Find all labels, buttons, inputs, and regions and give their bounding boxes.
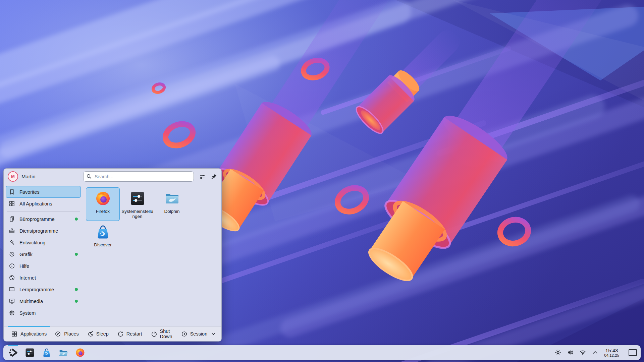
tab-label: Applications xyxy=(20,331,47,337)
sidebar-item-label: Büroprogramme xyxy=(19,217,55,222)
favorite-tile-systemsettings[interactable]: Systemeinstellungen xyxy=(120,187,154,221)
sidebar-item-label: Internet xyxy=(19,275,36,281)
action-label: Restart xyxy=(126,331,142,337)
sidebar-item-label: System xyxy=(19,310,36,316)
hammer-icon xyxy=(9,239,15,246)
grid-icon xyxy=(11,331,17,337)
sidebar-item-bueroprogramme[interactable]: Büroprogramme xyxy=(6,213,81,225)
favorite-tile-dolphin[interactable]: Dolphin xyxy=(155,187,189,221)
session-icon xyxy=(181,331,187,337)
gear-icon xyxy=(9,310,15,316)
launcher-body: Favorites All Applications Büroprogramme xyxy=(4,184,221,326)
search-input[interactable] xyxy=(83,171,194,182)
shutdown-button[interactable]: Shut Down xyxy=(147,328,177,339)
app-launcher-button[interactable] xyxy=(8,348,18,358)
sidebar-item-label: Multimedia xyxy=(19,299,43,304)
sidebar-item-label: Hilfe xyxy=(19,263,29,269)
firefox-icon xyxy=(75,348,85,358)
grid-icon xyxy=(9,200,15,207)
active-task-indicator xyxy=(8,345,18,346)
sidebar-item-all-applications[interactable]: All Applications xyxy=(6,198,81,209)
help-icon xyxy=(9,263,15,269)
action-label: Shut Down xyxy=(160,328,172,339)
sleep-button[interactable]: Sleep xyxy=(83,331,113,337)
firefox-icon xyxy=(95,190,111,206)
task-manager xyxy=(8,348,85,358)
new-items-badge xyxy=(75,288,78,291)
sidebar-item-entwicklung[interactable]: Entwicklung xyxy=(6,237,81,248)
favorite-tile-firefox[interactable]: Firefox xyxy=(86,187,120,221)
show-desktop-button[interactable] xyxy=(629,349,637,356)
system-tray: 15:43 04.12.25 xyxy=(554,348,637,357)
digital-clock[interactable]: 15:43 04.12.25 xyxy=(604,348,619,357)
configure-icon[interactable] xyxy=(199,173,206,180)
sidebar-item-grafik[interactable]: Grafik xyxy=(6,248,81,260)
new-items-badge xyxy=(75,300,78,303)
action-label: Session xyxy=(190,331,208,337)
tab-places[interactable]: Places xyxy=(51,326,83,341)
multimedia-icon xyxy=(9,298,15,304)
session-button[interactable]: Session xyxy=(177,331,221,337)
clock-time: 15:43 xyxy=(604,348,619,353)
taskbar-systemsettings-button[interactable] xyxy=(25,348,35,358)
launcher-header: M Martin xyxy=(4,169,221,184)
application-launcher-popup: M Martin Favorites xyxy=(3,168,222,342)
new-items-badge xyxy=(75,253,78,256)
network-icon[interactable] xyxy=(579,349,586,356)
discover-icon xyxy=(95,224,111,240)
launcher-footer: Applications Places Sleep xyxy=(4,326,221,341)
sidebar-item-label: Favorites xyxy=(19,189,40,195)
expand-tray-icon[interactable] xyxy=(592,349,599,356)
sidebar-item-multimedia[interactable]: Multimedia xyxy=(6,295,81,307)
graphics-icon xyxy=(9,251,15,257)
session-actions: Sleep Restart Shut Down S xyxy=(83,326,221,341)
toolbox-icon xyxy=(9,228,15,234)
favorite-label: Dolphin xyxy=(164,209,180,214)
taskbar-firefox-button[interactable] xyxy=(75,348,85,358)
pin-icon[interactable] xyxy=(211,173,217,180)
sidebar-item-label: Grafik xyxy=(19,252,33,257)
sidebar-item-label: Entwicklung xyxy=(19,240,45,245)
user-name: Martin xyxy=(21,174,36,179)
sidebar-item-internet[interactable]: Internet xyxy=(6,272,81,284)
globe-icon xyxy=(9,275,15,281)
favorites-grid: Firefox Systemeinst xyxy=(83,184,221,326)
favorite-label: Systemeinstellungen xyxy=(121,209,154,219)
restart-button[interactable]: Restart xyxy=(113,331,147,337)
sleep-icon xyxy=(87,331,94,337)
sidebar-item-favorites[interactable]: Favorites xyxy=(6,186,81,198)
kde-launcher-icon xyxy=(8,348,18,358)
sidebar-item-lernprogramme[interactable]: Lernprogramme xyxy=(6,284,81,295)
taskbar-discover-button[interactable] xyxy=(42,348,52,358)
favorite-label: Firefox xyxy=(96,209,110,214)
compass-icon xyxy=(55,331,61,337)
dolphin-icon xyxy=(58,348,68,358)
dolphin-icon xyxy=(164,190,180,206)
tab-applications[interactable]: Applications xyxy=(7,326,51,341)
sidebar-item-label: All Applications xyxy=(19,201,52,206)
office-documents-icon xyxy=(9,216,15,222)
user-area[interactable]: M Martin xyxy=(8,171,83,182)
sidebar-item-label: Dienstprogramme xyxy=(19,228,58,234)
taskbar-panel: 15:43 04.12.25 xyxy=(3,345,641,360)
launcher-sidebar: Favorites All Applications Büroprogramme xyxy=(4,184,83,326)
search-field-wrap xyxy=(83,171,194,182)
discover-icon xyxy=(42,348,52,358)
system-settings-icon xyxy=(25,348,35,358)
sidebar-separator xyxy=(7,211,80,212)
system-settings-icon xyxy=(129,190,146,206)
favorite-label: Discover xyxy=(94,242,112,247)
favorite-tile-discover[interactable]: Discover xyxy=(86,221,120,254)
clock-date: 04.12.25 xyxy=(604,353,619,357)
avatar[interactable]: M xyxy=(8,171,18,182)
sidebar-item-system[interactable]: System xyxy=(6,307,81,319)
tab-label: Places xyxy=(64,331,79,337)
volume-icon[interactable] xyxy=(567,349,574,356)
sidebar-item-label: Lernprogramme xyxy=(19,287,54,292)
sidebar-item-dienstprogramme[interactable]: Dienstprogramme xyxy=(6,225,81,237)
sidebar-item-hilfe[interactable]: Hilfe xyxy=(6,260,81,272)
search-icon xyxy=(86,174,92,179)
bookmark-icon xyxy=(9,189,15,195)
brightness-icon[interactable] xyxy=(554,349,561,356)
taskbar-dolphin-button[interactable] xyxy=(58,348,68,358)
